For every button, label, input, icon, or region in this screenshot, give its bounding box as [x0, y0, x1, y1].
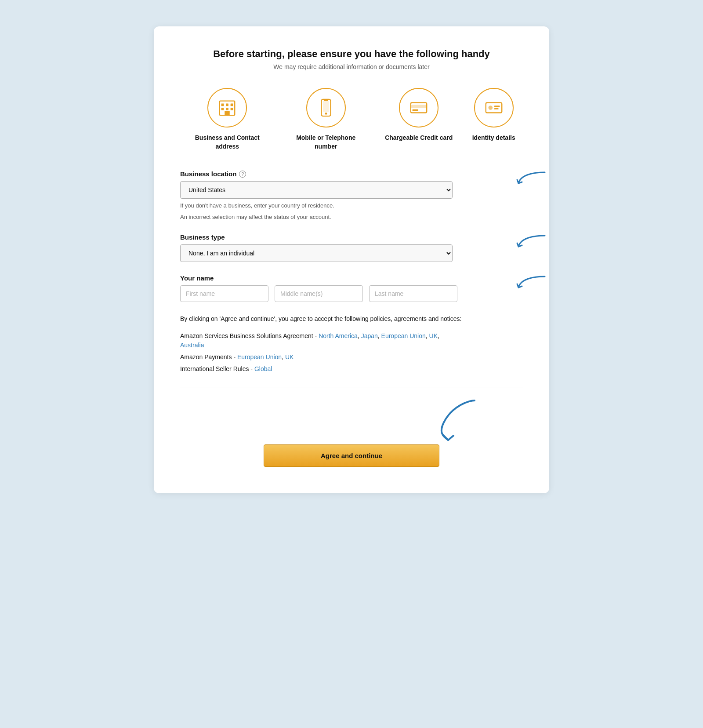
icon-item-credit-card: Chargeable Credit card	[385, 88, 453, 142]
big-arrow-button	[426, 396, 479, 444]
credit-card-icon-circle	[399, 88, 438, 127]
agreement-line2-prefix: Amazon Payments -	[180, 353, 237, 360]
big-arrow-container	[180, 396, 523, 440]
link-uk-2[interactable]: UK	[285, 353, 294, 360]
business-location-hint2: An incorrect selection may affect the st…	[180, 213, 523, 222]
link-global[interactable]: Global	[254, 365, 272, 372]
svg-rect-18	[494, 108, 499, 109]
icons-row: Business and Contact address Mobile or T…	[180, 88, 523, 151]
agreement-line-3: International Seller Rules - Global	[180, 364, 523, 374]
main-card: Before starting, please ensure you have …	[154, 26, 549, 493]
svg-rect-17	[494, 106, 500, 107]
your-name-group: Your name	[180, 274, 523, 302]
agreement-line-2: Amazon Payments - European Union, UK	[180, 353, 523, 362]
link-japan[interactable]: Japan	[361, 332, 378, 339]
agreement-line3-prefix: International Seller Rules -	[180, 365, 254, 372]
agreement-line1-prefix: Amazon Services Business Solutions Agree…	[180, 332, 319, 339]
svg-rect-14	[413, 109, 418, 111]
credit-card-icon	[409, 98, 429, 118]
form-section: Business location ? United States If you…	[180, 170, 523, 467]
business-location-hint1: If you don't have a business, enter your…	[180, 201, 523, 210]
business-type-label: Business type	[180, 233, 523, 241]
svg-rect-1	[221, 103, 224, 106]
business-location-label: Business location ?	[180, 170, 523, 178]
arrow-business-type	[516, 233, 547, 255]
svg-rect-3	[231, 103, 233, 106]
icon-item-phone: Mobile or Telephone number	[286, 88, 366, 151]
last-name-input[interactable]	[369, 285, 457, 302]
business-address-icon-circle	[207, 88, 247, 127]
link-north-america[interactable]: North America	[319, 332, 358, 339]
arrow-your-name	[516, 274, 547, 296]
business-location-help-icon[interactable]: ?	[239, 171, 246, 178]
your-name-label: Your name	[180, 274, 523, 282]
svg-rect-9	[323, 101, 329, 112]
svg-rect-7	[225, 111, 230, 116]
svg-point-10	[325, 113, 327, 115]
link-european-union-1[interactable]: European Union	[381, 332, 426, 339]
business-type-select[interactable]: None, I am an individual	[180, 244, 453, 262]
name-input-row	[180, 285, 453, 302]
icon-item-identity: Identity details	[472, 88, 515, 142]
icon-item-business-address: Business and Contact address	[188, 88, 267, 151]
credit-card-label: Chargeable Credit card	[385, 134, 453, 142]
phone-icon	[316, 98, 336, 118]
identity-icon-circle	[474, 88, 514, 127]
page-title: Before starting, please ensure you have …	[180, 48, 523, 60]
svg-rect-2	[226, 103, 228, 106]
svg-rect-4	[221, 108, 224, 110]
phone-icon-circle	[306, 88, 346, 127]
middle-name-input[interactable]	[275, 285, 363, 302]
identity-icon	[484, 98, 504, 118]
identity-label: Identity details	[472, 134, 515, 142]
business-location-select[interactable]: United States	[180, 181, 453, 199]
business-location-group: Business location ? United States If you…	[180, 170, 523, 221]
building-icon	[217, 98, 237, 118]
link-european-union-2[interactable]: European Union	[237, 353, 282, 360]
first-name-input[interactable]	[180, 285, 268, 302]
agree-continue-button[interactable]: Agree and continue	[264, 444, 439, 467]
link-uk-1[interactable]: UK	[429, 332, 438, 339]
phone-label: Mobile or Telephone number	[286, 134, 366, 151]
business-address-label: Business and Contact address	[188, 134, 267, 151]
divider	[180, 387, 523, 387]
page-subtitle: We may require additional information or…	[180, 63, 523, 70]
agreement-intro: By clicking on 'Agree and continue', you…	[180, 314, 523, 324]
arrow-business-location	[516, 170, 547, 192]
business-type-group: Business type None, I am an individual	[180, 233, 523, 262]
agreement-line-1: Amazon Services Business Solutions Agree…	[180, 331, 523, 350]
agreement-section: By clicking on 'Agree and continue', you…	[180, 314, 523, 374]
svg-rect-13	[411, 105, 427, 108]
svg-point-16	[488, 106, 493, 110]
link-australia[interactable]: Australia	[180, 342, 204, 349]
svg-rect-6	[231, 108, 233, 110]
svg-rect-5	[226, 108, 228, 110]
svg-rect-15	[486, 103, 502, 113]
